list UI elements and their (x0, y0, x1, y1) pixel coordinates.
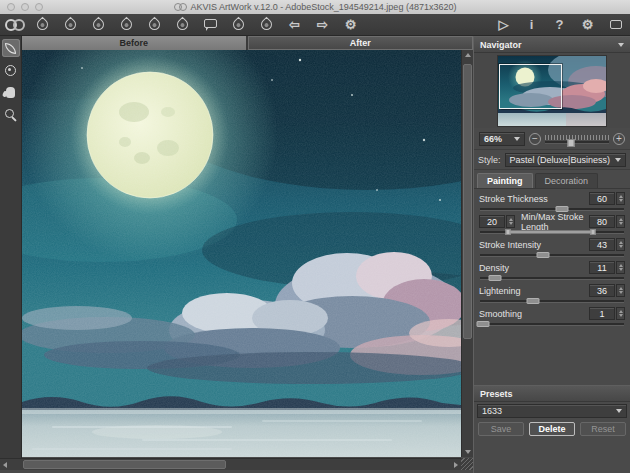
param-stroke-thickness-slider[interactable] (479, 205, 625, 213)
param-stroke-intensity-value[interactable]: 43 (589, 238, 615, 251)
zoom-tool (5, 109, 14, 118)
param-lightening-value[interactable]: 36 (589, 284, 615, 297)
scroll-up-icon[interactable] (463, 50, 473, 60)
param-min-max-stroke-length-min-spinner[interactable] (506, 215, 515, 228)
history-brush-tool[interactable] (2, 61, 20, 79)
style-value: Pastel (Deluxe|Business) (510, 155, 610, 165)
navigator-thumb-area (474, 53, 630, 128)
load-settings-icon[interactable] (229, 16, 248, 34)
hand-tool (6, 87, 15, 98)
param-smoothing-slider-handle[interactable] (477, 321, 490, 327)
save-image-icon (63, 17, 79, 33)
param-density-slider[interactable] (479, 274, 625, 282)
panel-toggle-icon[interactable] (606, 16, 625, 34)
print-image-icon[interactable] (89, 16, 108, 34)
param-smoothing-spinner[interactable] (616, 307, 625, 320)
save-settings-icon[interactable] (257, 16, 276, 34)
vertical-scroll-thumb[interactable] (463, 64, 472, 339)
horizontal-scroll-thumb[interactable] (23, 460, 226, 469)
param-smoothing-slider[interactable] (479, 320, 625, 328)
preset-select[interactable]: 1633 (477, 404, 627, 418)
param-lightening-slider-handle[interactable] (527, 298, 540, 304)
param-stroke-intensity-slider-handle[interactable] (537, 252, 550, 258)
redo-icon[interactable]: ⇨ (313, 16, 332, 34)
style-row: Style: Pastel (Deluxe|Business) (474, 150, 630, 170)
titlebar: AKVIS ArtWork v.12.0 - AdobeStock_194549… (0, 0, 630, 15)
save-image-icon[interactable] (61, 16, 80, 34)
vertical-scroll-track[interactable] (462, 60, 473, 447)
export-presets-icon[interactable] (173, 16, 192, 34)
zoom-slider-ticks (545, 135, 609, 140)
open-image-icon[interactable] (33, 16, 52, 34)
scroll-right-icon[interactable] (451, 460, 461, 470)
panel-toggle-icon (610, 20, 622, 29)
tab-painting[interactable]: Painting (477, 173, 533, 188)
zoom-window-button[interactable] (35, 3, 43, 11)
scroll-down-icon[interactable] (463, 447, 473, 457)
param-smoothing-value[interactable]: 1 (589, 307, 615, 320)
batch-processing-icon[interactable]: ⚙ (341, 16, 360, 34)
preset-buttons: Save Delete Reset (474, 420, 630, 438)
help-icon[interactable]: ? (550, 16, 569, 34)
info-icon[interactable]: i (522, 16, 541, 34)
param-min-max-stroke-length-range-fill[interactable] (508, 230, 593, 234)
param-stroke-intensity-slider[interactable] (479, 251, 625, 259)
navigator-menu-icon[interactable] (618, 43, 624, 47)
param-lightening-slider[interactable] (479, 297, 625, 305)
param-min-max-stroke-length: 20Min/Max Stroke Length80 (479, 215, 625, 236)
param-min-max-stroke-length-max-spinner[interactable] (616, 215, 625, 228)
tab-before[interactable]: Before (22, 36, 246, 50)
window-title-wrap: AKVIS ArtWork v.12.0 - AdobeStock_194549… (174, 2, 457, 12)
param-min-max-stroke-length-max-handle[interactable] (590, 229, 595, 235)
param-density-slider-handle[interactable] (489, 275, 502, 281)
history-brush-tool (5, 65, 16, 76)
zoom-tool[interactable] (2, 105, 20, 123)
param-stroke-thickness-value[interactable]: 60 (589, 192, 615, 205)
scroll-left-icon[interactable] (0, 460, 10, 470)
param-density-value[interactable]: 11 (589, 261, 615, 274)
param-min-max-stroke-length-min-value[interactable]: 20 (479, 215, 505, 228)
param-density-spinner[interactable] (616, 261, 625, 274)
param-min-max-stroke-length-min-handle[interactable] (506, 229, 511, 235)
canvas-image[interactable] (22, 50, 461, 457)
share-image-icon[interactable] (117, 16, 136, 34)
zoom-slider[interactable] (545, 133, 609, 145)
tab-decoration[interactable]: Decoration (535, 173, 599, 188)
quick-preview-tool[interactable] (2, 39, 20, 57)
vertical-scrollbar[interactable] (461, 50, 473, 457)
import-presets-icon[interactable] (145, 16, 164, 34)
delete-preset-button[interactable]: Delete (529, 422, 575, 436)
style-select[interactable]: Pastel (Deluxe|Business) (505, 153, 626, 167)
zoom-out-button[interactable]: − (529, 133, 541, 145)
param-min-max-stroke-length-slider[interactable] (479, 228, 625, 236)
param-min-max-stroke-length-max-value[interactable]: 80 (589, 215, 615, 228)
param-lightening-spinner[interactable] (616, 284, 625, 297)
akvis-logo[interactable] (5, 16, 24, 34)
horizontal-scrollbar[interactable] (0, 458, 461, 470)
zoom-slider-handle[interactable] (567, 139, 574, 147)
close-button[interactable] (7, 3, 15, 11)
navigator-view-frame[interactable] (499, 64, 562, 109)
hand-tool[interactable] (2, 83, 20, 101)
run-icon[interactable]: ▷ (494, 16, 513, 34)
save-preset-button[interactable]: Save (478, 422, 524, 436)
preferences-icon[interactable]: ⚙ (578, 16, 597, 34)
param-lightening-label: Lightening (479, 286, 586, 296)
resize-grip[interactable] (461, 458, 473, 470)
zoom-level-select[interactable]: 66% (479, 132, 525, 146)
reset-button[interactable]: Reset (580, 422, 626, 436)
param-stroke-thickness-slider-handle[interactable] (556, 206, 569, 212)
minimize-button[interactable] (21, 3, 29, 11)
akvis-logo (5, 18, 24, 32)
param-stroke-intensity-label: Stroke Intensity (479, 240, 586, 250)
import-presets-icon (147, 17, 163, 33)
zoom-in-button[interactable]: + (613, 133, 625, 145)
param-stroke-thickness-spinner[interactable] (616, 192, 625, 205)
param-stroke-intensity-spinner[interactable] (616, 238, 625, 251)
horizontal-scroll-track[interactable] (10, 459, 451, 470)
tab-after[interactable]: After (248, 36, 474, 50)
preset-value: 1633 (482, 406, 502, 416)
undo-icon[interactable]: ⇦ (285, 16, 304, 34)
navigator-thumbnail[interactable] (497, 55, 607, 127)
publish-icon[interactable] (201, 16, 220, 34)
